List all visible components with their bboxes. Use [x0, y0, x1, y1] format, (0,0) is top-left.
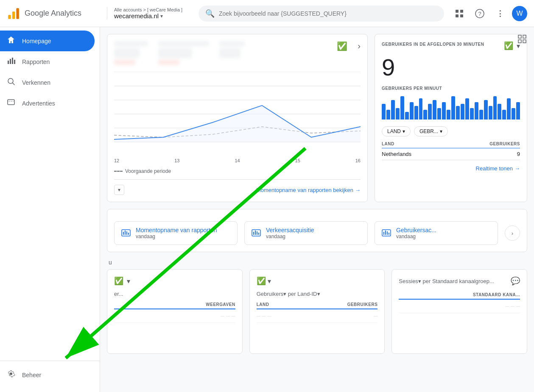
- realtime-title: GEBRUIKERS IN DE AFGELOPEN 30 MINUTEN: [382, 42, 484, 47]
- svg-rect-41: [387, 231, 388, 235]
- snapshot-link[interactable]: Momentopname van rapporten bekijken →: [256, 187, 361, 193]
- chart-card: ✅ › 0 2 4: [107, 34, 368, 202]
- header: Google Analytics Alle accounts > [ weCar…: [0, 0, 534, 27]
- svg-rect-9: [8, 61, 9, 64]
- bar-segment: [475, 102, 478, 120]
- account-selector[interactable]: Alle accounts > [ weCare Media ] wecarem…: [107, 7, 192, 19]
- shortcut-momentopname[interactable]: Momentopname van rapporten vandaag: [114, 221, 238, 245]
- shortcut-icon-verkeers: [252, 228, 261, 239]
- card3-comment-icon[interactable]: 💬: [511, 276, 520, 286]
- x-label-12: 12: [114, 158, 119, 163]
- chart-period-dropdown[interactable]: ▾: [114, 185, 124, 195]
- card1-dropdown-icon[interactable]: ▾: [127, 277, 130, 285]
- bottom-card-3: Sessies▾ per Standaard kanaalgroep... 💬 …: [391, 269, 527, 354]
- realtime-check-icon: ✅: [504, 41, 513, 50]
- bottom-card-3-header: Sessies▾ per Standaard kanaalgroep... 💬: [399, 276, 520, 286]
- shortcut-info-verkeers: Verkeersacquisitie vandaag: [266, 227, 314, 239]
- card2-col2: GEBRUIKERS: [296, 300, 377, 309]
- svg-rect-6: [460, 14, 463, 17]
- shortcut-sub-verkeers: vandaag: [266, 234, 314, 239]
- shortcut-verkeers[interactable]: Verkeersacquisitie vandaag: [244, 221, 368, 245]
- metric-value-3: [219, 48, 240, 58]
- sidebar-item-beheer[interactable]: Beheer: [0, 364, 95, 385]
- bar-segment: [414, 106, 418, 120]
- bar-segment: [451, 96, 455, 120]
- svg-rect-42: [389, 233, 389, 235]
- svg-rect-35: [255, 231, 256, 235]
- x-label-15: 15: [295, 158, 300, 163]
- shortcut-name-momentopname: Momentopname van rapporten: [136, 227, 217, 234]
- bar-segment: [447, 110, 450, 120]
- bar-segment: [489, 106, 492, 120]
- metric-3: [219, 41, 245, 65]
- shortcut-info-momentopname: Momentopname van rapporten vandaag: [136, 227, 217, 239]
- reports-icon: [7, 56, 15, 67]
- bar-segment: [391, 100, 395, 120]
- sidebar-item-homepage[interactable]: Homepage: [0, 31, 95, 51]
- bottom-card-2-header: ✅ ▾: [257, 276, 378, 286]
- search-bar[interactable]: 🔍: [199, 6, 444, 22]
- card1-title: er...: [114, 291, 235, 297]
- shortcut-gebruikers[interactable]: Gebruikersac... vandaag: [375, 221, 498, 245]
- table-row: ─ ─ ─: [114, 309, 235, 323]
- bar-segment: [493, 96, 497, 120]
- realtime-filter-gebruikers[interactable]: GEBR... ▾: [414, 126, 448, 136]
- sidebar: Homepage Rapporten Verkennen Advertentie…: [0, 27, 100, 392]
- realtime-footer: Realtime tonen →: [382, 165, 520, 172]
- bottom-card-1-header: ✅ ▾: [114, 276, 235, 286]
- metric-label-1: [114, 41, 148, 46]
- sidebar-item-verkennen[interactable]: Verkennen: [0, 72, 95, 93]
- sidebar-item-advertenties[interactable]: Advertenties: [0, 93, 95, 114]
- card2-table: LAND GEBRUIKERS ─ ─ ─ ─: [257, 300, 378, 323]
- customize-button[interactable]: [517, 34, 527, 46]
- chart-metrics: ✅ ›: [114, 41, 361, 65]
- more-button[interactable]: ⋮: [492, 5, 509, 22]
- sidebar-item-rapporten[interactable]: Rapporten: [0, 51, 95, 72]
- card3-title: Sessies▾ per Standaard kanaalgroep...: [399, 278, 494, 284]
- bottom-row: ✅ ▾ er... WEERGAVEN ─ ─ ─: [107, 269, 527, 354]
- chevron-down-icon: ▾: [160, 13, 163, 19]
- metric-2: [158, 41, 209, 65]
- svg-rect-31: [126, 231, 127, 235]
- bar-segment: [479, 110, 483, 120]
- col-header-land: LAND: [382, 140, 450, 148]
- svg-rect-3: [456, 10, 459, 13]
- bar-segment: [512, 108, 515, 120]
- avatar[interactable]: W: [512, 6, 527, 21]
- shortcuts-items: Momentopname van rapporten vandaag Verke…: [114, 221, 520, 245]
- legend-dashed-line: [114, 171, 123, 172]
- svg-rect-34: [253, 232, 254, 235]
- bar-segment: [516, 102, 520, 120]
- sidebar-bottom: Beheer: [0, 361, 100, 389]
- realtime-header: GEBRUIKERS IN DE AFGELOPEN 30 MINUTEN ✅ …: [382, 41, 520, 50]
- svg-rect-0: [8, 15, 11, 19]
- top-row: ✅ › 0 2 4: [107, 34, 527, 202]
- realtime-count: 9: [382, 56, 520, 79]
- realtime-link[interactable]: Realtime tonen →: [476, 165, 520, 172]
- bar-segment: [423, 110, 427, 120]
- breadcrumb: Alle accounts > [ weCare Media ]: [114, 7, 185, 12]
- svg-rect-12: [14, 60, 15, 64]
- help-button[interactable]: ?: [471, 5, 488, 22]
- realtime-filter-land[interactable]: LAND ▾: [382, 126, 411, 136]
- metric-change-2: [158, 60, 179, 65]
- bar-segment: [498, 104, 501, 120]
- ads-icon: [7, 98, 15, 108]
- account-name[interactable]: wecaremedia.nl ▾: [114, 12, 185, 19]
- grid-button[interactable]: [451, 5, 468, 22]
- card1-col1: WEERGAVEN: [114, 300, 235, 309]
- header-actions: ? ⋮ W: [451, 5, 527, 22]
- realtime-table: LAND GEBRUIKERS Netherlands9: [382, 140, 520, 160]
- svg-rect-14: [8, 100, 14, 105]
- search-input[interactable]: [219, 10, 437, 17]
- explore-icon: [7, 77, 15, 88]
- bar-segment: [400, 96, 404, 120]
- shortcuts-row: Momentopname van rapporten vandaag Verke…: [107, 209, 527, 252]
- realtime-per-min-label: GEBRUIKERS PER MINUUT: [382, 86, 520, 91]
- metric-value-2: [158, 48, 192, 58]
- card2-dropdown-icon[interactable]: ▾: [268, 277, 271, 285]
- metric-change-1: [114, 60, 135, 65]
- sidebar-label-beheer: Beheer: [22, 372, 41, 378]
- nav-next-chart[interactable]: ›: [358, 41, 361, 65]
- shortcuts-nav-next[interactable]: ›: [505, 225, 520, 241]
